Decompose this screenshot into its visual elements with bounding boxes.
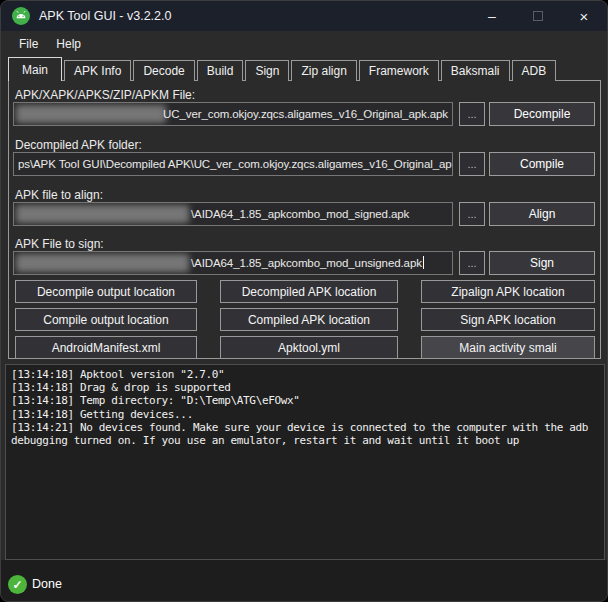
redacted-text <box>16 105 166 123</box>
align-file-value: \AIDA64_1.85_apkcombo_mod_signed.apk <box>191 203 409 225</box>
sign-button[interactable]: Sign <box>489 251 595 275</box>
apk-file-label: APK/XAPK/APKS/ZIP/APKM File: <box>15 88 195 102</box>
close-button[interactable]: × <box>561 1 607 31</box>
tab-zip-align[interactable]: Zip align <box>291 60 356 81</box>
menu-file[interactable]: File <box>10 34 47 54</box>
tab-framework[interactable]: Framework <box>359 60 439 81</box>
tab-build[interactable]: Build <box>197 60 244 81</box>
apk-file-input[interactable]: UC_ver_com.okjoy.zqcs.aligames_v16_Origi… <box>13 102 453 126</box>
align-file-browse-button[interactable]: ... <box>459 202 485 226</box>
sign-apk-location-button[interactable]: Sign APK location <box>421 308 595 331</box>
done-check-icon: ✓ <box>8 575 27 594</box>
decompile-output-location-button[interactable]: Decompile output location <box>15 280 197 303</box>
tab-strip: Main APK Info Decode Build Sign Zip alig… <box>8 57 558 81</box>
text-caret <box>423 256 424 269</box>
maximize-icon <box>533 11 543 21</box>
align-button[interactable]: Align <box>489 202 595 226</box>
tab-apk-info[interactable]: APK Info <box>64 60 131 81</box>
tab-main[interactable]: Main <box>8 57 62 81</box>
sign-file-browse-button[interactable]: ... <box>459 251 485 275</box>
maximize-button[interactable] <box>515 1 561 31</box>
tab-sign[interactable]: Sign <box>245 60 289 81</box>
redacted-text <box>16 254 189 272</box>
window-controls: – × <box>469 1 607 31</box>
log-output[interactable]: [13:14:18] Apktool version "2.7.0" [13:1… <box>5 364 605 560</box>
compiled-apk-location-button[interactable]: Compiled APK location <box>220 308 398 331</box>
status-bar: ✓ Done <box>1 560 607 602</box>
decompile-button[interactable]: Decompile <box>489 102 595 126</box>
sign-file-value: \AIDA64_1.85_apkcombo_mod_unsigned.apk <box>191 252 424 274</box>
app-icon <box>12 7 30 25</box>
apktool-yml-button[interactable]: Apktool.yml <box>220 336 398 359</box>
app-window: APK Tool GUI - v3.2.2.0 – × File Help Ma… <box>0 0 608 602</box>
decompiled-folder-label: Decompiled APK folder: <box>15 138 142 152</box>
status-text: Done <box>32 577 62 591</box>
sign-file-input[interactable]: \AIDA64_1.85_apkcombo_mod_unsigned.apk <box>13 251 453 275</box>
apk-file-browse-button[interactable]: ... <box>459 102 485 126</box>
compile-output-location-button[interactable]: Compile output location <box>15 308 197 331</box>
decompiled-apk-location-button[interactable]: Decompiled APK location <box>220 280 398 303</box>
window-title: APK Tool GUI - v3.2.2.0 <box>39 9 171 23</box>
menu-bar: File Help <box>1 31 607 57</box>
decompiled-folder-value: ps\APK Tool GUI\Decompiled APK\UC_ver_co… <box>18 153 453 175</box>
decompiled-folder-browse-button[interactable]: ... <box>459 152 485 176</box>
apk-file-value: UC_ver_com.okjoy.zqcs.aligames_v16_Origi… <box>163 103 448 125</box>
sign-file-label: APK File to sign: <box>15 237 104 251</box>
align-file-label: APK file to align: <box>15 188 103 202</box>
tab-adb[interactable]: ADB <box>512 60 557 81</box>
menu-help[interactable]: Help <box>47 34 90 54</box>
tab-baksmali[interactable]: Baksmali <box>441 60 510 81</box>
androidmanifest-xml-button[interactable]: AndroidManifest.xml <box>15 336 197 359</box>
shortcut-button-grid: Decompile output location Decompiled APK… <box>15 280 595 359</box>
redacted-text <box>16 205 189 223</box>
compile-button[interactable]: Compile <box>489 152 595 176</box>
zipalign-apk-location-button[interactable]: Zipalign APK location <box>421 280 595 303</box>
decompiled-folder-input[interactable]: ps\APK Tool GUI\Decompiled APK\UC_ver_co… <box>13 152 453 176</box>
main-activity-smali-button[interactable]: Main activity smali <box>421 336 595 359</box>
align-file-input[interactable]: \AIDA64_1.85_apkcombo_mod_signed.apk <box>13 202 453 226</box>
title-bar: APK Tool GUI - v3.2.2.0 – × <box>1 1 607 31</box>
minimize-button[interactable]: – <box>469 1 515 31</box>
main-tab-page: APK/XAPK/APKS/ZIP/APKM File: UC_ver_com.… <box>8 80 601 359</box>
tab-decode[interactable]: Decode <box>133 60 194 81</box>
